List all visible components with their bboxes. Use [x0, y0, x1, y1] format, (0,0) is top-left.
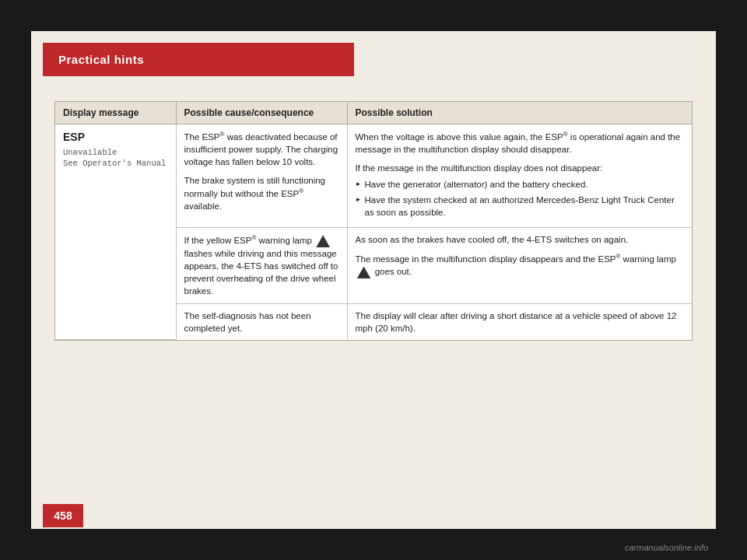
- solution-list-1: Have the generator (alternator) and the …: [356, 178, 685, 219]
- list-item: Have the system checked at an authorized…: [356, 194, 685, 219]
- cause-cell-2: If the yellow ESP® warning lamp flashes …: [176, 228, 347, 303]
- header-bar: Practical hints: [43, 43, 354, 76]
- solution-text-1: When the voltage is above this value aga…: [356, 132, 681, 154]
- page-number-box: 458: [43, 504, 83, 527]
- table-header-row: Display message Possible cause/consequen…: [55, 102, 692, 124]
- list-item: Have the generator (alternator) and the …: [356, 178, 685, 191]
- watermark: carmanualsonline.info: [625, 543, 708, 552]
- main-table-container: Display message Possible cause/consequen…: [54, 101, 693, 341]
- col-header-cause: Possible cause/consequence: [176, 102, 347, 124]
- warning-triangle-icon: [316, 235, 330, 247]
- esp-unavailable-text: UnavailableSee Operator's Manual: [63, 147, 168, 170]
- col-header-solution: Possible solution: [347, 102, 692, 124]
- warning-triangle-icon-2: [357, 266, 371, 278]
- cause-cell-3: The self-diagnosis has not been complete…: [176, 303, 347, 340]
- solution-cell-2: As soon as the brakes have cooled off, t…: [347, 228, 692, 303]
- solution-text-2: If the message in the multifunction disp…: [356, 162, 685, 174]
- esp-label: ESP: [63, 130, 168, 145]
- solution-text-3: As soon as the brakes have cooled off, t…: [356, 235, 629, 244]
- page-title: Practical hints: [58, 53, 144, 66]
- display-message-cell: ESP UnavailableSee Operator's Manual: [55, 124, 176, 340]
- cause-text-1: The ESP® was deactivated because of insu…: [184, 132, 338, 166]
- cause-text-3: If the yellow ESP® warning lamp flashes …: [184, 236, 338, 296]
- table-row: ESP UnavailableSee Operator's Manual The…: [55, 124, 692, 228]
- col-header-display: Display message: [55, 102, 176, 124]
- esp-table: Display message Possible cause/consequen…: [55, 102, 692, 340]
- solution-text-5: The display will clear after driving a s…: [356, 311, 677, 333]
- solution-cell-1: When the voltage is above this value aga…: [347, 124, 692, 228]
- solution-text-4: The message in the multifunction display…: [356, 252, 685, 278]
- cause-text-4: The self-diagnosis has not been complete…: [184, 311, 311, 333]
- solution-cell-3: The display will clear after driving a s…: [347, 303, 692, 340]
- cause-text-2: The brake system is still functioning no…: [184, 174, 339, 212]
- cause-cell-1: The ESP® was deactivated because of insu…: [176, 124, 347, 228]
- page-number: 458: [54, 509, 72, 522]
